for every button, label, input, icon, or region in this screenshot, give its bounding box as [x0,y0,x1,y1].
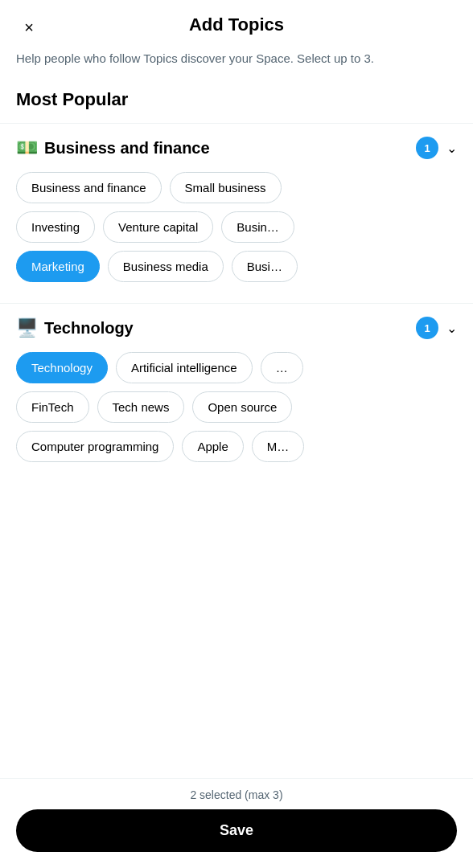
tag-business-media[interactable]: Business media [108,251,224,282]
tags-row-business-0: Business and financeSmall business [16,172,457,203]
tags-row-technology-1: FinTechTech newsOpen source [16,391,457,423]
category-header-business: 💵Business and finance1⌄ [16,137,457,159]
tag-venture-capital[interactable]: Venture capital [103,211,213,243]
tag-busi…[interactable]: Busi… [232,251,298,282]
category-section-technology: 🖥️Technology1⌄TechnologyArtificial intel… [0,303,473,483]
most-popular-heading: Most Popular [0,83,473,123]
save-button[interactable]: Save [16,809,457,852]
tag-…[interactable]: … [261,352,303,383]
tag-open-source[interactable]: Open source [192,391,292,423]
category-name-technology: Technology [44,319,416,338]
tag-business-and-finance[interactable]: Business and finance [16,172,162,203]
tag-fintech[interactable]: FinTech [16,391,89,423]
tags-row-business-2: MarketingBusiness mediaBusi… [16,251,457,282]
tags-row-technology-2: Computer programmingAppleM… [16,431,457,462]
chevron-down-icon-technology[interactable]: ⌄ [446,321,457,336]
tag-small-business[interactable]: Small business [170,172,282,203]
count-badge-technology: 1 [416,317,438,339]
tags-row-business-1: InvestingVenture capitalBusin… [16,211,457,243]
chevron-down-icon-business[interactable]: ⌄ [446,141,457,156]
subtitle-text: Help people who follow Topics discover y… [0,43,473,83]
footer-bar: 2 selected (max 3) Save [0,778,473,868]
category-emoji-technology: 🖥️ [16,317,38,338]
tag-artificial-intelligence[interactable]: Artificial intelligence [116,352,253,383]
count-badge-business: 1 [416,137,438,159]
tag-investing[interactable]: Investing [16,211,95,243]
tag-busin…[interactable]: Busin… [221,211,294,243]
category-name-business: Business and finance [44,139,416,158]
tag-m…[interactable]: M… [252,431,305,462]
categories-container: 💵Business and finance1⌄Business and fina… [0,123,473,483]
category-header-technology: 🖥️Technology1⌄ [16,317,457,339]
close-icon: × [24,18,34,37]
tag-technology[interactable]: Technology [16,352,108,383]
selected-count: 2 selected (max 3) [16,788,457,801]
main-content: Help people who follow Topics discover y… [0,43,473,579]
header: × Add Topics [0,0,473,43]
page-title: Add Topics [189,14,284,35]
close-button[interactable]: × [16,14,42,40]
category-section-business: 💵Business and finance1⌄Business and fina… [0,123,473,303]
tag-apple[interactable]: Apple [182,431,243,462]
tag-computer-programming[interactable]: Computer programming [16,431,174,462]
category-emoji-business: 💵 [16,137,38,158]
tag-tech-news[interactable]: Tech news [97,391,185,423]
tags-row-technology-0: TechnologyArtificial intelligence… [16,352,457,383]
tag-marketing[interactable]: Marketing [16,251,100,282]
